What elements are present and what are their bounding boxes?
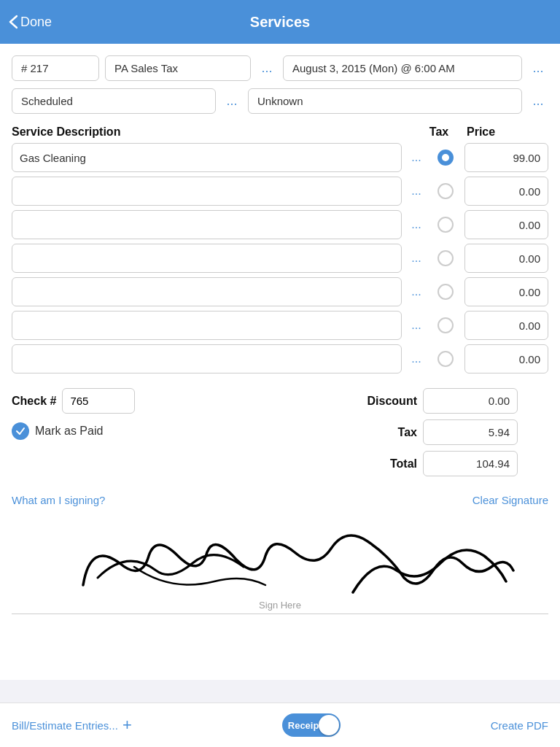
date-field[interactable]	[283, 55, 522, 81]
service-row: ...	[12, 344, 548, 374]
service-row-ellipsis[interactable]: ...	[406, 218, 427, 231]
discount-input[interactable]	[423, 388, 518, 414]
service-desc-input[interactable]	[12, 277, 402, 306]
clear-signature-button[interactable]: Clear Signature	[472, 494, 548, 506]
service-desc-input[interactable]	[12, 177, 402, 206]
signature-actions: What am I signing? Clear Signature	[12, 494, 548, 506]
customer-ellipsis-button[interactable]: ...	[528, 90, 548, 112]
service-tax-header: Tax	[417, 125, 461, 139]
service-price-input[interactable]	[464, 344, 548, 374]
service-row-ellipsis[interactable]: ...	[406, 252, 427, 265]
tax-radio[interactable]	[438, 150, 454, 166]
tax-row: Tax	[344, 419, 548, 445]
service-desc-header: Service Description	[12, 125, 392, 139]
service-row-ellipsis[interactable]: ...	[406, 352, 427, 365]
service-row: ...	[12, 177, 548, 206]
total-row: Total	[344, 451, 548, 476]
create-pdf-button[interactable]: Create PDF	[491, 719, 548, 732]
service-desc-input[interactable]	[12, 311, 402, 340]
receipt-toggle-label: Receipt	[288, 720, 322, 731]
total-label: Total	[344, 457, 417, 471]
check-number-input[interactable]	[62, 388, 135, 414]
tax-radio-wrap	[431, 183, 460, 199]
service-desc-input[interactable]	[12, 143, 402, 172]
status-field[interactable]	[12, 88, 216, 114]
tax-radio[interactable]	[438, 284, 454, 300]
service-row-ellipsis[interactable]: ...	[406, 285, 427, 298]
tax-radio[interactable]	[438, 183, 454, 199]
service-price-input[interactable]	[464, 143, 548, 172]
bill-estimate-link[interactable]: Bill/Estimate Entries...	[12, 719, 118, 732]
tax-radio-wrap	[431, 284, 460, 300]
date-ellipsis-button[interactable]: ...	[528, 58, 548, 79]
customer-field[interactable]	[248, 88, 522, 114]
tax-radio[interactable]	[438, 217, 454, 233]
mark-paid-label: Mark as Paid	[35, 425, 103, 438]
tax-field[interactable]	[105, 55, 251, 81]
info-row-2: ... ...	[12, 88, 548, 114]
discount-label: Discount	[344, 395, 417, 408]
done-label: Done	[20, 15, 52, 30]
check-paid-area: Check # Mark as Paid	[12, 388, 332, 440]
service-rows-container: .....................	[12, 143, 548, 374]
tax-radio-wrap	[431, 351, 460, 367]
bottom-section: Check # Mark as Paid Discount Tax	[12, 388, 548, 476]
mark-paid-row: Mark as Paid	[12, 422, 332, 440]
service-row: ...	[12, 277, 548, 306]
service-row-ellipsis[interactable]: ...	[406, 185, 427, 198]
service-row: ...	[12, 311, 548, 340]
discount-row: Discount	[344, 388, 548, 414]
tax-radio[interactable]	[438, 250, 454, 266]
tax-radio-wrap	[431, 217, 460, 233]
header: Done Services	[0, 0, 560, 44]
totals-area: Discount Tax Total	[344, 388, 548, 476]
page-title: Services	[250, 14, 310, 31]
receipt-toggle[interactable]: Receipt	[282, 713, 341, 737]
service-price-header: Price	[461, 125, 548, 139]
toggle-knob	[319, 715, 339, 735]
service-desc-input[interactable]	[12, 344, 402, 374]
tax-total-label: Tax	[344, 426, 417, 439]
service-row: ...	[12, 244, 548, 273]
tax-radio-wrap	[431, 250, 460, 266]
service-price-input[interactable]	[464, 177, 548, 206]
signature-drawing	[12, 512, 548, 607]
sign-here-label: Sign Here	[259, 600, 301, 611]
service-row-ellipsis[interactable]: ...	[406, 319, 427, 332]
signature-canvas[interactable]: Sign Here	[12, 512, 548, 614]
service-row-ellipsis[interactable]: ...	[406, 151, 427, 164]
footer: Bill/Estimate Entries... + Receipt Creat…	[0, 703, 560, 747]
service-row: ...	[12, 143, 548, 172]
service-section: Service Description Tax Price ..........…	[12, 125, 548, 374]
add-entry-button[interactable]: +	[122, 716, 132, 735]
tax-ellipsis-button[interactable]: ...	[257, 58, 277, 79]
service-row: ...	[12, 210, 548, 239]
mark-paid-checkbox[interactable]	[12, 422, 29, 440]
total-input[interactable]	[423, 451, 518, 476]
service-desc-input[interactable]	[12, 244, 402, 273]
tax-radio[interactable]	[438, 317, 454, 333]
main-content: ... ... ... ... Service Description Tax …	[0, 44, 560, 680]
tax-radio[interactable]	[438, 351, 454, 367]
footer-left: Bill/Estimate Entries... +	[12, 716, 132, 735]
receipt-toggle-wrap[interactable]: Receipt	[282, 713, 341, 737]
info-row-1: ... ...	[12, 55, 548, 81]
status-ellipsis-button[interactable]: ...	[222, 90, 242, 112]
service-price-input[interactable]	[464, 210, 548, 239]
service-price-input[interactable]	[464, 311, 548, 340]
signature-section: What am I signing? Clear Signature Sign …	[12, 494, 548, 622]
tax-radio-wrap	[431, 317, 460, 333]
tax-total-input[interactable]	[423, 419, 518, 445]
tax-radio-wrap	[431, 150, 460, 166]
job-number-field[interactable]	[12, 55, 99, 81]
service-price-input[interactable]	[464, 244, 548, 273]
service-desc-input[interactable]	[12, 210, 402, 239]
what-signing-link[interactable]: What am I signing?	[12, 494, 105, 506]
service-table-header: Service Description Tax Price	[12, 125, 548, 139]
check-row: Check #	[12, 388, 332, 414]
done-button[interactable]: Done	[9, 15, 52, 30]
check-label: Check #	[12, 395, 56, 408]
service-price-input[interactable]	[464, 277, 548, 306]
